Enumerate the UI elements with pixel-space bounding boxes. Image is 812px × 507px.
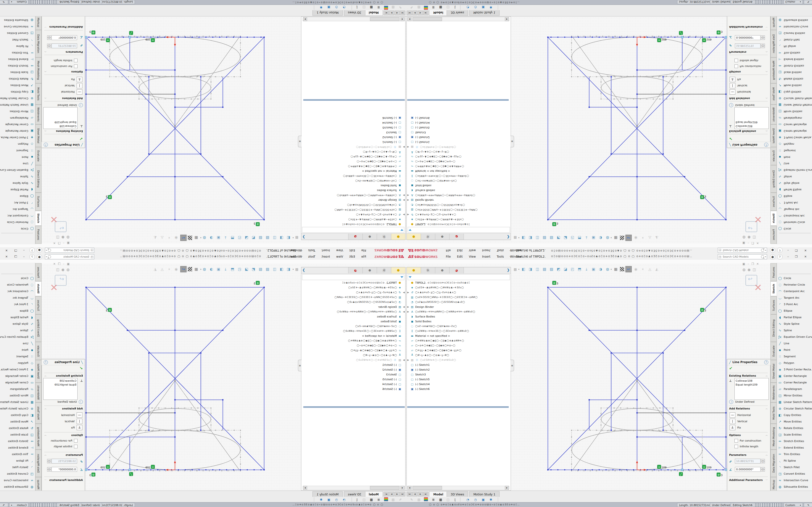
tool-3-point-center-recta-[interactable]: ◈3 Point Center Recta... xyxy=(0,135,34,140)
tool-linear-sketch-pattern[interactable]: ▦Linear Sketch Pattern xyxy=(0,399,34,405)
tab-nav-button[interactable]: |◀ xyxy=(407,11,412,15)
help-icon[interactable]: ? xyxy=(30,247,35,253)
checkbox[interactable] xyxy=(74,59,78,62)
tool-center-rectangle[interactable]: ▣Center Rectangle xyxy=(778,128,807,134)
tree-item-material[interactable]: ▬Material < not specified > xyxy=(407,169,450,174)
tab-nav-buttons[interactable]: |◀◀▶▶| xyxy=(384,11,405,15)
toolbar-grip[interactable]: ⋮⋮⋮ xyxy=(463,6,464,9)
display-settings-icon[interactable]: ▣ xyxy=(591,266,597,272)
length-field[interactable]: 10.88152731 ▴▾ xyxy=(47,44,77,48)
search-icon[interactable] xyxy=(48,255,51,258)
expand-arrow-icon[interactable]: ▶ xyxy=(407,199,409,201)
scroll-thumb[interactable] xyxy=(412,17,442,21)
menu-tools[interactable]: Tools xyxy=(497,255,504,258)
toolbar-grip[interactable]: ⋮⋮⋮ xyxy=(348,6,349,9)
view-hidden-lines-removed-icon[interactable]: ▧ xyxy=(542,266,547,272)
close-button[interactable]: ✕ xyxy=(3,255,10,259)
infinite-length-checkbox[interactable]: Infinite length xyxy=(54,445,78,448)
length-spinner[interactable]: ▴▾ xyxy=(761,459,765,463)
add-horizontal[interactable]: — Horizontal xyxy=(61,412,83,418)
checkbox[interactable] xyxy=(734,64,738,68)
tab-nav-button[interactable]: |◀ xyxy=(400,11,405,15)
macro-folder-icon[interactable]: ▣ xyxy=(481,5,486,10)
line-style-icon[interactable]: ▦ xyxy=(439,5,443,10)
dropdown-arrow[interactable]: ▾ xyxy=(611,268,612,270)
status-unit-selector[interactable]: Custom ▴ xyxy=(783,0,803,4)
minimize-button[interactable]: – xyxy=(21,255,27,259)
view-hidden-lines-visible-icon[interactable]: ◫ xyxy=(535,235,540,241)
tree-item-equations[interactable]: Σ◯ƨƧͶИ◎∘✛∀ʊ¤ƷƸ◯∘◯ƷƸ¤ʊ∀✛∘◎ИͶƨƧ◯ xyxy=(343,329,405,333)
child-window-button[interactable]: ✕ xyxy=(756,241,759,245)
view-hidden-lines-removed-icon[interactable]: ▧ xyxy=(542,235,547,241)
tab-nav-button[interactable]: ▶| xyxy=(384,11,389,15)
tab-nav-button[interactable]: |◀ xyxy=(407,492,412,496)
display-settings-icon[interactable]: ▣ xyxy=(215,266,221,272)
tab-propertymanager[interactable]: ⎘ xyxy=(421,267,435,273)
tree-item-material[interactable]: ▬Material < not specified > xyxy=(362,169,405,174)
tool-silhouette-entities[interactable]: ◍Silhouette Entities xyxy=(778,484,808,490)
doc-tab-3d-views[interactable]: 3D Views xyxy=(447,10,468,16)
scroll-left-button[interactable]: ◀ xyxy=(407,486,412,490)
length-value[interactable]: 10.88152731 xyxy=(735,44,761,48)
tree-expand-arrow[interactable]: ❯ xyxy=(507,235,510,239)
grayed-1-icon[interactable]: ◉ xyxy=(633,235,639,241)
tree-item-surface-bodies[interactable]: ◗Surface Bodies xyxy=(377,188,405,193)
grayed-2-icon[interactable]: ⌖ xyxy=(166,266,172,272)
tool-move-entities[interactable]: ↗Move Entities xyxy=(10,418,34,425)
collapse-chevron[interactable]: ︿ xyxy=(44,50,46,54)
relation-item[interactable]: Collinear108 xyxy=(735,124,767,128)
appearance-cylinder-icon[interactable]: ◑ xyxy=(209,235,214,241)
appearance-cylinder-icon[interactable]: ◑ xyxy=(598,235,603,241)
rollback-bar[interactable] xyxy=(303,99,405,101)
tool-mirror-entities[interactable]: ◫Mirror Entities xyxy=(10,393,34,398)
cancel-sketch-icon[interactable]: ✕ xyxy=(754,282,762,293)
tree-expand-arrow[interactable]: ❯ xyxy=(302,235,305,239)
view-shaded-edges-icon[interactable]: ◧ xyxy=(520,266,526,272)
tree-item-solid-bodies[interactable]: ◼Solid Bodies xyxy=(380,183,405,188)
layers-icon[interactable]: ▤ xyxy=(391,497,395,502)
line-style-icon[interactable]: ▦ xyxy=(369,497,373,502)
command-tab-direct-editing[interactable]: Direct Editing xyxy=(770,314,777,342)
grayed-4-icon[interactable]: ◭ xyxy=(654,266,660,272)
edit-color-icon[interactable]: ✎ xyxy=(409,497,414,502)
tool-rotate-entities[interactable]: ↻Rotate Entities xyxy=(9,76,34,82)
anchor-icon[interactable]: ⚓ xyxy=(729,77,735,82)
view-shaded-icon[interactable]: ◨ xyxy=(527,266,534,272)
user-account-icon[interactable]: ● xyxy=(770,247,775,253)
edit-color-icon[interactable]: ✎ xyxy=(409,5,414,10)
line-style-icon[interactable]: ▦ xyxy=(439,497,443,502)
tree-item-history[interactable]: ▶↺◯∧♟◎✛ƨƧ∘ʒ◯∘◯ʒ∘Ƨƨ✛◎♟∧◯ xyxy=(407,212,456,217)
document-properties-icon[interactable]: ▤ xyxy=(512,235,518,241)
tree-item-sketch4[interactable]: ▢(-) Sketch4 xyxy=(382,382,405,387)
mirror-icon[interactable]: ◫ xyxy=(362,497,366,502)
tool-circle[interactable]: ◯Circle xyxy=(21,275,34,281)
tool-ellipse[interactable]: ◯Ellipse xyxy=(19,308,34,314)
grayed-3-icon[interactable]: ◬ xyxy=(159,235,165,241)
collapse-chevron[interactable]: ︿ xyxy=(44,407,46,410)
menu-edit[interactable]: Edit xyxy=(457,255,463,258)
horizontal-icon[interactable]: — xyxy=(77,89,83,95)
search-icon[interactable] xyxy=(761,255,764,258)
tool-parallelogram[interactable]: ▱Parallelogram xyxy=(778,386,802,392)
command-tab-data-migration[interactable]: Data Migration xyxy=(770,450,777,477)
child-window-button[interactable]: ▣ xyxy=(743,241,745,245)
checkbox[interactable] xyxy=(74,64,78,68)
tool-scale-entities[interactable]: ◲Scale Entities xyxy=(10,432,34,438)
tool-move-entities[interactable]: ↗Move Entities xyxy=(10,82,34,89)
tree-item-history[interactable]: ▶↺◯∧♟◎✛ƨƧ∘ʒ◯∘◯ʒ∘Ƨƨ✛◎♟∧◯ xyxy=(356,290,405,295)
tree-item-sketch2[interactable]: ▣(-) Sketch2 xyxy=(382,367,405,372)
scroll-right-button[interactable]: ▶ xyxy=(303,486,307,490)
expand-arrow-icon[interactable]: ▶ xyxy=(403,359,405,361)
command-tab-surfaces[interactable]: Surfaces xyxy=(770,193,777,211)
user-account-icon[interactable]: ● xyxy=(37,254,42,260)
expand-arrow-icon[interactable]: ▶ xyxy=(407,291,409,294)
tool-line[interactable]: ╱Line xyxy=(778,340,789,346)
tool-mirror-entities[interactable]: ◫Mirror Entities xyxy=(778,109,802,114)
command-tab-markup[interactable]: Markup xyxy=(35,15,42,30)
tree-item-favorites[interactable]: ★◯ƨƧƷ✛∘♟◎Ͷ∀Φ◯∘◯Φ∀Ͷ◎♟∘✛ƷƧƨ◯ xyxy=(348,285,405,290)
tab-nav-button[interactable]: ▶ xyxy=(389,11,394,15)
tool-corner-rectangle[interactable]: ▭Corner Rectangle xyxy=(778,380,807,385)
exit-view-pressed-icon[interactable]: ↩ xyxy=(180,235,187,241)
view-shadows-icon[interactable]: ◩ xyxy=(556,266,561,272)
view-cube-1-icon[interactable]: ◪ xyxy=(244,235,249,241)
